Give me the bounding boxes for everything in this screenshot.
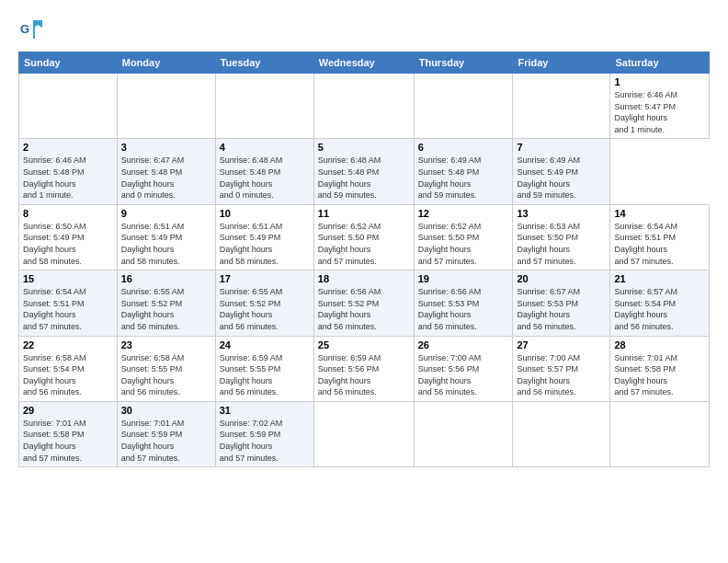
day-number: 15 (23, 273, 113, 284)
day-cell: 9Sunrise: 6:51 AMSunset: 5:49 PMDaylight… (117, 204, 215, 270)
col-header-sunday: Sunday (19, 52, 118, 74)
day-info: Sunrise: 6:54 AMSunset: 5:51 PMDaylight … (614, 221, 705, 267)
day-cell: 8Sunrise: 6:50 AMSunset: 5:49 PMDaylight… (19, 204, 118, 270)
day-info: Sunrise: 6:58 AMSunset: 5:54 PMDaylight … (23, 352, 113, 398)
day-number: 18 (318, 273, 410, 284)
day-cell: 10Sunrise: 6:51 AMSunset: 5:49 PMDayligh… (215, 204, 313, 270)
day-number: 4 (220, 142, 310, 153)
day-number: 11 (318, 208, 410, 219)
day-info: Sunrise: 6:51 AMSunset: 5:49 PMDaylight … (220, 221, 310, 267)
day-number: 8 (23, 208, 113, 219)
day-number: 28 (614, 339, 705, 350)
day-cell: 3Sunrise: 6:47 AMSunset: 5:48 PMDaylight… (117, 139, 215, 204)
day-number: 12 (418, 208, 509, 219)
day-cell: 22Sunrise: 6:58 AMSunset: 5:54 PMDayligh… (19, 336, 118, 401)
day-cell: 27Sunrise: 7:00 AMSunset: 5:57 PMDayligh… (513, 336, 610, 401)
day-cell: 29Sunrise: 7:01 AMSunset: 5:58 PMDayligh… (19, 401, 118, 466)
day-number: 20 (517, 273, 606, 284)
day-info: Sunrise: 6:52 AMSunset: 5:50 PMDaylight … (418, 221, 509, 267)
day-info: Sunrise: 6:55 AMSunset: 5:52 PMDaylight … (121, 286, 211, 332)
day-cell: 26Sunrise: 7:00 AMSunset: 5:56 PMDayligh… (414, 336, 513, 401)
day-number: 7 (517, 142, 606, 153)
day-number: 3 (121, 142, 211, 153)
day-info: Sunrise: 6:59 AMSunset: 5:56 PMDaylight … (318, 352, 410, 398)
day-number: 1 (614, 76, 705, 87)
day-cell: 4Sunrise: 6:48 AMSunset: 5:48 PMDaylight… (215, 139, 313, 204)
calendar-table: SundayMondayTuesdayWednesdayThursdayFrid… (18, 52, 710, 467)
header: G (18, 17, 710, 42)
day-cell: 14Sunrise: 6:54 AMSunset: 5:51 PMDayligh… (610, 204, 710, 270)
day-info: Sunrise: 6:59 AMSunset: 5:55 PMDaylight … (220, 352, 310, 398)
col-header-friday: Friday (513, 52, 610, 74)
day-info: Sunrise: 6:48 AMSunset: 5:48 PMDaylight … (318, 155, 410, 201)
day-info: Sunrise: 6:56 AMSunset: 5:53 PMDaylight … (418, 286, 509, 332)
day-number: 14 (614, 208, 705, 219)
day-number: 21 (614, 273, 705, 284)
day-info: Sunrise: 7:01 AMSunset: 5:58 PMDaylight … (23, 418, 113, 464)
day-number: 24 (220, 339, 310, 350)
day-cell (513, 401, 610, 466)
col-header-thursday: Thursday (414, 52, 513, 74)
day-info: Sunrise: 6:56 AMSunset: 5:52 PMDaylight … (318, 286, 410, 332)
day-info: Sunrise: 7:01 AMSunset: 5:58 PMDaylight … (614, 352, 705, 398)
day-number: 10 (220, 208, 310, 219)
col-header-wednesday: Wednesday (313, 52, 414, 74)
day-info: Sunrise: 6:49 AMSunset: 5:48 PMDaylight … (418, 155, 509, 201)
day-cell (414, 401, 513, 466)
day-cell: 12Sunrise: 6:52 AMSunset: 5:50 PMDayligh… (414, 204, 513, 270)
day-number: 9 (121, 208, 211, 219)
day-cell: 5Sunrise: 6:48 AMSunset: 5:48 PMDaylight… (313, 139, 414, 204)
day-info: Sunrise: 6:53 AMSunset: 5:50 PMDaylight … (517, 221, 606, 267)
day-info: Sunrise: 6:48 AMSunset: 5:48 PMDaylight … (220, 155, 310, 201)
day-cell (513, 74, 610, 139)
col-header-monday: Monday (117, 52, 215, 74)
day-cell: 1Sunrise: 6:46 AMSunset: 5:47 PMDaylight… (610, 74, 710, 139)
day-cell: 24Sunrise: 6:59 AMSunset: 5:55 PMDayligh… (215, 336, 313, 401)
day-number: 5 (318, 142, 410, 153)
day-info: Sunrise: 7:01 AMSunset: 5:59 PMDaylight … (121, 418, 211, 464)
week-row-4: 15Sunrise: 6:54 AMSunset: 5:51 PMDayligh… (19, 270, 710, 336)
day-number: 29 (23, 405, 113, 416)
day-cell: 28Sunrise: 7:01 AMSunset: 5:58 PMDayligh… (610, 336, 710, 401)
day-number: 19 (418, 273, 509, 284)
col-header-saturday: Saturday (610, 52, 710, 74)
day-cell: 30Sunrise: 7:01 AMSunset: 5:59 PMDayligh… (117, 401, 215, 466)
day-cell: 19Sunrise: 6:56 AMSunset: 5:53 PMDayligh… (414, 270, 513, 336)
week-row-6: 29Sunrise: 7:01 AMSunset: 5:58 PMDayligh… (19, 401, 710, 466)
day-info: Sunrise: 7:02 AMSunset: 5:59 PMDaylight … (220, 418, 310, 464)
day-info: Sunrise: 6:46 AMSunset: 5:47 PMDaylight … (614, 89, 705, 135)
day-info: Sunrise: 6:55 AMSunset: 5:52 PMDaylight … (220, 286, 310, 332)
day-cell (215, 74, 313, 139)
day-info: Sunrise: 6:52 AMSunset: 5:50 PMDaylight … (318, 221, 410, 267)
day-cell (117, 74, 215, 139)
day-info: Sunrise: 6:47 AMSunset: 5:48 PMDaylight … (121, 155, 211, 201)
day-number: 23 (121, 339, 211, 350)
day-number: 31 (220, 405, 310, 416)
day-cell: 6Sunrise: 6:49 AMSunset: 5:48 PMDaylight… (414, 139, 513, 204)
day-cell: 16Sunrise: 6:55 AMSunset: 5:52 PMDayligh… (117, 270, 215, 336)
day-info: Sunrise: 6:50 AMSunset: 5:49 PMDaylight … (23, 221, 113, 267)
day-cell: 25Sunrise: 6:59 AMSunset: 5:56 PMDayligh… (313, 336, 414, 401)
day-cell: 7Sunrise: 6:49 AMSunset: 5:49 PMDaylight… (513, 139, 610, 204)
day-cell: 17Sunrise: 6:55 AMSunset: 5:52 PMDayligh… (215, 270, 313, 336)
day-cell: 13Sunrise: 6:53 AMSunset: 5:50 PMDayligh… (513, 204, 610, 270)
day-number: 17 (220, 273, 310, 284)
week-row-3: 8Sunrise: 6:50 AMSunset: 5:49 PMDaylight… (19, 204, 710, 270)
day-number: 13 (517, 208, 606, 219)
week-row-1: 1Sunrise: 6:46 AMSunset: 5:47 PMDaylight… (19, 74, 710, 139)
day-cell: 18Sunrise: 6:56 AMSunset: 5:52 PMDayligh… (313, 270, 414, 336)
logo: G (18, 17, 48, 42)
day-info: Sunrise: 6:51 AMSunset: 5:49 PMDaylight … (121, 221, 211, 267)
day-cell (610, 401, 710, 466)
day-info: Sunrise: 6:49 AMSunset: 5:49 PMDaylight … (517, 155, 606, 201)
day-cell: 31Sunrise: 7:02 AMSunset: 5:59 PMDayligh… (215, 401, 313, 466)
day-cell (414, 74, 513, 139)
day-info: Sunrise: 6:46 AMSunset: 5:48 PMDaylight … (23, 155, 113, 201)
day-cell (313, 401, 414, 466)
day-info: Sunrise: 6:58 AMSunset: 5:55 PMDaylight … (121, 352, 211, 398)
day-cell (19, 74, 118, 139)
day-info: Sunrise: 6:57 AMSunset: 5:53 PMDaylight … (517, 286, 606, 332)
day-cell: 21Sunrise: 6:57 AMSunset: 5:54 PMDayligh… (610, 270, 710, 336)
week-row-2: 2Sunrise: 6:46 AMSunset: 5:48 PMDaylight… (19, 139, 710, 204)
day-info: Sunrise: 7:00 AMSunset: 5:56 PMDaylight … (418, 352, 509, 398)
